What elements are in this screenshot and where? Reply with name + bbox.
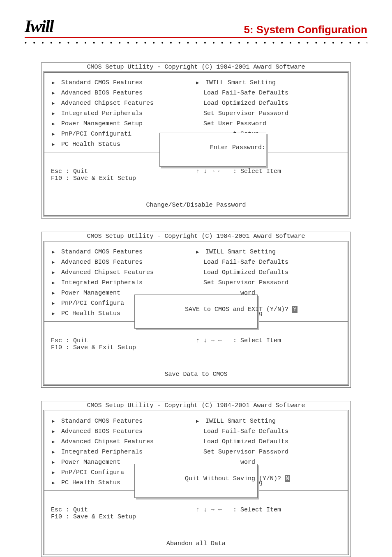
- menu-item[interactable]: ▶ Integrated Peripherals: [52, 278, 196, 288]
- help-right: ↑ ↓ → ← : Select Item: [196, 168, 341, 182]
- bios-menu: ▶ Standard CMOS Features ▶ Advanced BIOS…: [44, 75, 348, 152]
- bios-screenshot-2: CMOS Setup Utility - Copyright (C) 1984-…: [41, 232, 351, 388]
- menu-item[interactable]: ▶ Advanced Chipset Features: [52, 98, 196, 108]
- menu-item[interactable]: ▶ Advanced BIOS Features: [52, 88, 196, 98]
- triangle-icon: ▶: [52, 449, 58, 455]
- menu-label-selected: Set Supervisor Password: [203, 110, 288, 117]
- triangle-icon: ▶: [52, 428, 58, 435]
- menu-label: Integrated Peripherals: [61, 110, 143, 117]
- menu-item[interactable]: Load Fail-Safe Defaults: [196, 426, 340, 437]
- bios-inner: ▶ Standard CMOS Features ▶ Advanced BIOS…: [43, 71, 349, 216]
- menu-label: Load Optimized Defaults: [203, 100, 288, 107]
- help-right: ↑ ↓ → ← : Select Item: [196, 506, 341, 520]
- menu-item[interactable]: ▶ IWILL Smart Setting: [196, 247, 340, 257]
- menu-label: Load Optimized Defaults: [203, 438, 288, 445]
- bios-inner: ▶ Standard CMOS Features ▶ Advanced BIOS…: [43, 410, 349, 555]
- triangle-icon: ▶: [52, 131, 58, 137]
- dialog-text: Quit Without Saving (Y/N)?: [185, 475, 285, 482]
- menu-label: Load Fail-Safe Defaults: [203, 259, 288, 266]
- menu-label: Advanced Chipset Features: [61, 438, 154, 445]
- triangle-icon: ▶: [52, 110, 58, 117]
- menu-item[interactable]: ▶ Standard CMOS Features: [52, 416, 196, 426]
- page-header: Iwill 5: System Configuration: [25, 16, 367, 38]
- menu-item[interactable]: ▶ Advanced Chipset Features: [52, 267, 196, 278]
- bios-titlebar: CMOS Setup Utility - Copyright (C) 1984-…: [42, 232, 350, 241]
- brand-logo: Iwill: [25, 16, 53, 36]
- triangle-icon: ▶: [196, 249, 202, 255]
- bios-screenshot-1: CMOS Setup Utility - Copyright (C) 1984-…: [41, 62, 351, 219]
- menu-label: Advanced Chipset Features: [61, 269, 154, 276]
- menu-label: PnP/PCI Configura: [61, 300, 124, 307]
- menu-item[interactable]: ▶ Advanced BIOS Features: [52, 257, 196, 267]
- triangle-icon: ▶: [52, 480, 58, 486]
- triangle-icon: ▶: [52, 280, 58, 286]
- menu-label: Advanced BIOS Features: [61, 428, 143, 435]
- bios-titlebar: CMOS Setup Utility - Copyright (C) 1984-…: [42, 401, 350, 410]
- menu-label: Standard CMOS Features: [61, 418, 143, 425]
- menu-label: PnP/PCI Configura: [61, 469, 124, 476]
- menu-label: PnP/PCI Configurati: [61, 131, 131, 138]
- chapter-title: 5: System Configuration: [244, 23, 367, 36]
- menu-item[interactable]: Load Fail-Safe Defaults: [196, 88, 340, 98]
- menu-label: Load Fail-Safe Defaults: [203, 428, 288, 435]
- dialog-cursor: Y: [292, 306, 297, 313]
- menu-label: Standard CMOS Features: [61, 79, 143, 86]
- menu-item[interactable]: ▶ Integrated Peripherals: [52, 447, 196, 457]
- menu-item[interactable]: Set User Password: [196, 119, 340, 129]
- menu-label: Standard CMOS Features: [61, 249, 143, 255]
- triangle-icon: ▶: [52, 459, 58, 465]
- menu-label: PC Health Status: [61, 310, 120, 317]
- triangle-icon: ▶: [52, 80, 58, 86]
- bios-context-help: Change/Set/Disable Password: [44, 198, 348, 214]
- menu-label: Advanced Chipset Features: [61, 100, 154, 107]
- menu-item[interactable]: ▶ IWILL Smart Setting: [196, 416, 340, 426]
- menu-label: Advanced BIOS Features: [61, 259, 143, 266]
- menu-item[interactable]: ▶ IWILL Smart Setting: [196, 78, 340, 88]
- menu-item[interactable]: Load Fail-Safe Defaults: [196, 257, 340, 267]
- triangle-icon: ▶: [52, 439, 58, 445]
- menu-label: Power Management: [61, 290, 120, 297]
- menu-item[interactable]: Set Supervisor Password: [196, 278, 340, 288]
- menu-item[interactable]: ▶ Power Management Setup: [52, 119, 196, 129]
- password-dialog[interactable]: Enter Password:: [159, 133, 266, 167]
- bios-context-help: Save Data to CMOS: [44, 367, 348, 384]
- header-dots: • • • • • • • • • • • • • • • • • • • • …: [25, 39, 367, 46]
- quit-dialog[interactable]: Quit Without Saving (Y/N)? N: [134, 464, 258, 498]
- dialog-text: SAVE to CMOS and EXIT (Y/N)?: [185, 306, 292, 313]
- save-exit-dialog[interactable]: SAVE to CMOS and EXIT (Y/N)? Y: [134, 295, 258, 329]
- menu-label: Load Optimized Defaults: [203, 269, 288, 276]
- triangle-icon: ▶: [52, 290, 58, 296]
- triangle-icon: ▶: [52, 100, 58, 106]
- menu-label: Advanced BIOS Features: [61, 90, 143, 97]
- menu-label: IWILL Smart Setting: [205, 418, 276, 425]
- bios-screenshot-3: CMOS Setup Utility - Copyright (C) 1984-…: [41, 401, 351, 557]
- triangle-icon: ▶: [52, 259, 58, 265]
- menu-item[interactable]: ▶ Advanced BIOS Features: [52, 426, 196, 437]
- menu-item[interactable]: Load Optimized Defaults: [196, 98, 340, 108]
- menu-item[interactable]: ▶ Standard CMOS Features: [52, 247, 196, 257]
- triangle-icon: ▶: [52, 418, 58, 424]
- menu-item[interactable]: ▶ Integrated Peripherals: [52, 108, 196, 119]
- help-left: Esc : Quit F10 : Save & Exit Setup: [51, 506, 196, 520]
- menu-item[interactable]: Load Optimized Defaults: [196, 437, 340, 447]
- bios-context-help: Abandon all Data: [44, 536, 348, 553]
- menu-item[interactable]: Load Optimized Defaults: [196, 267, 340, 278]
- dialog-cursor: N: [285, 475, 290, 482]
- triangle-icon: ▶: [52, 311, 58, 317]
- dialog-text: Enter Password:: [210, 144, 265, 151]
- menu-item[interactable]: Set Supervisor Password: [196, 447, 340, 457]
- menu-item[interactable]: Set Supervisor Password: [196, 108, 340, 119]
- help-left: Esc : Quit F10 : Save & Exit Setup: [51, 168, 196, 182]
- menu-item[interactable]: ▶ Advanced Chipset Features: [52, 437, 196, 447]
- menu-label: Set User Password: [203, 120, 266, 127]
- triangle-icon: ▶: [52, 121, 58, 127]
- bios-titlebar: CMOS Setup Utility - Copyright (C) 1984-…: [42, 63, 350, 71]
- menu-label: Power Management Setup: [61, 120, 143, 127]
- menu-label: Integrated Peripherals: [61, 449, 143, 456]
- menu-label: Set Supervisor Password: [203, 449, 288, 456]
- menu-label: Set Supervisor Password: [203, 279, 288, 286]
- menu-label: PC Health Status: [61, 141, 120, 148]
- triangle-icon: ▶: [196, 80, 202, 86]
- menu-item[interactable]: ▶ Standard CMOS Features: [52, 78, 196, 88]
- menu-label: IWILL Smart Setting: [205, 249, 276, 255]
